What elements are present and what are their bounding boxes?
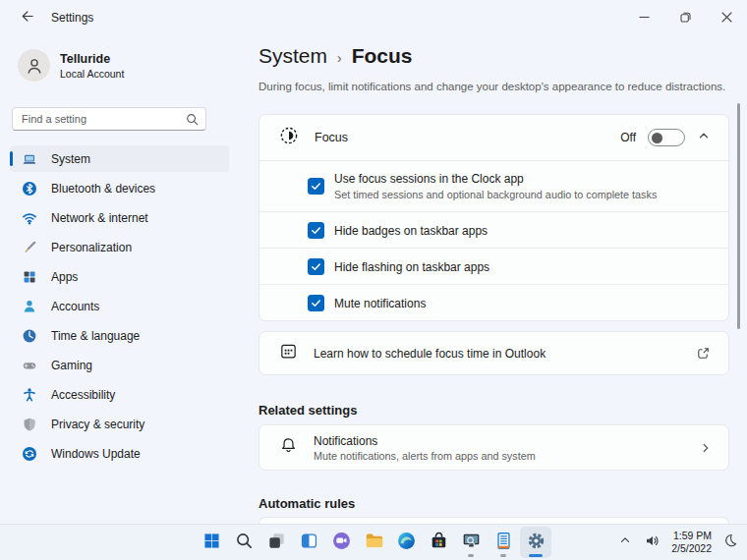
gear-icon bbox=[526, 531, 546, 555]
toggle-knob bbox=[652, 133, 662, 143]
notifications-title: Notifications bbox=[314, 434, 536, 448]
close-icon bbox=[721, 9, 732, 27]
checkbox-checked[interactable] bbox=[308, 258, 324, 275]
external-link-icon bbox=[696, 346, 711, 361]
back-button[interactable] bbox=[14, 6, 39, 29]
tray-date: 2/5/2022 bbox=[671, 542, 712, 555]
hidden-icons-button[interactable] bbox=[615, 528, 635, 557]
edge-browser-icon bbox=[396, 531, 417, 555]
page-description: During focus, limit notifications and ch… bbox=[259, 81, 729, 92]
sidebar-item-gaming[interactable]: Gaming bbox=[10, 352, 229, 378]
sidebar-item-accounts[interactable]: Accounts bbox=[10, 293, 229, 319]
chevron-up-icon[interactable] bbox=[697, 129, 711, 146]
focus-option-mute-notifications[interactable]: Mute notifications bbox=[259, 284, 728, 320]
breadcrumb: System › Focus bbox=[259, 44, 729, 68]
volume-button[interactable] bbox=[641, 528, 663, 557]
sidebar-item-privacy-security[interactable]: Privacy & security bbox=[10, 411, 229, 437]
speaker-icon bbox=[644, 532, 661, 553]
selection-indicator bbox=[10, 151, 13, 166]
automatic-rules-card-partial[interactable] bbox=[259, 517, 729, 524]
minimize-button[interactable] bbox=[623, 0, 664, 35]
focus-moon-icon bbox=[279, 126, 299, 149]
sidebar-item-label: Network & internet bbox=[51, 211, 148, 225]
widgets-icon bbox=[299, 531, 319, 555]
sidebar-item-apps[interactable]: Apps bbox=[10, 263, 229, 290]
edge-button[interactable] bbox=[390, 527, 422, 558]
related-settings-heading: Related settings bbox=[259, 403, 729, 418]
focus-card: Focus Off Use focus sessions in the bbox=[259, 114, 729, 321]
sidebar-item-system[interactable]: System bbox=[10, 145, 229, 172]
automatic-rules-heading: Automatic rules bbox=[259, 496, 729, 511]
settings-app-button[interactable] bbox=[520, 527, 551, 558]
person-icon bbox=[22, 299, 37, 314]
file-explorer-button[interactable] bbox=[358, 527, 389, 558]
breadcrumb-system[interactable]: System bbox=[259, 44, 327, 68]
checkbox-checked[interactable] bbox=[308, 222, 324, 239]
store-bag-icon bbox=[429, 531, 449, 555]
checkbox-checked[interactable] bbox=[308, 178, 324, 195]
minimize-icon bbox=[639, 9, 650, 27]
focus-toggle[interactable] bbox=[648, 129, 685, 146]
settings-window: Settings Telluride Local Account bbox=[0, 0, 747, 560]
outlook-link-card[interactable]: Learn how to schedule focus time in Outl… bbox=[259, 331, 729, 375]
sidebar-item-personalization[interactable]: Personalization bbox=[10, 234, 229, 260]
sidebar-item-label: Accessibility bbox=[51, 388, 115, 402]
search-icon bbox=[234, 531, 255, 555]
sidebar: Telluride Local Account System bbox=[0, 35, 239, 524]
notes-app-button[interactable] bbox=[488, 527, 519, 558]
chat-video-icon bbox=[331, 531, 352, 555]
option-label: Use focus sessions in the Clock app bbox=[334, 172, 657, 186]
taskbar-center-icons bbox=[196, 527, 551, 558]
folder-icon bbox=[364, 531, 384, 555]
checkbox-checked[interactable] bbox=[308, 295, 324, 311]
task-view-button[interactable] bbox=[260, 527, 292, 558]
bluetooth-icon bbox=[22, 181, 37, 196]
sidebar-item-time-language[interactable]: Time & language bbox=[10, 322, 229, 349]
account-profile[interactable]: Telluride Local Account bbox=[18, 49, 239, 82]
focus-option-hide-flashing[interactable]: Hide flashing on taskbar apps bbox=[259, 248, 728, 284]
sidebar-item-windows-update[interactable]: Windows Update bbox=[10, 440, 229, 467]
notepad-icon bbox=[493, 531, 514, 555]
search-icon bbox=[186, 112, 199, 130]
option-label: Hide flashing on taskbar apps bbox=[334, 260, 489, 274]
clock-globe-icon bbox=[22, 328, 37, 344]
focus-assist-button[interactable] bbox=[719, 528, 741, 557]
focus-option-clock-sessions[interactable]: Use focus sessions in the Clock app Set … bbox=[259, 160, 728, 211]
sidebar-item-network-internet[interactable]: Network & internet bbox=[10, 204, 229, 231]
focus-expander-header[interactable]: Focus Off bbox=[259, 115, 728, 160]
sidebar-item-bluetooth-devices[interactable]: Bluetooth & devices bbox=[10, 175, 229, 201]
option-label: Hide badges on taskbar apps bbox=[334, 224, 488, 238]
option-description: Set timed sessions and optional backgrou… bbox=[334, 189, 657, 200]
restore-button[interactable] bbox=[664, 0, 706, 35]
outlook-link-label: Learn how to schedule focus time in Outl… bbox=[314, 347, 546, 361]
chat-button[interactable] bbox=[325, 527, 357, 558]
store-button[interactable] bbox=[423, 527, 454, 558]
page-title: Focus bbox=[352, 44, 413, 68]
focus-option-hide-badges[interactable]: Hide badges on taskbar apps bbox=[259, 211, 728, 248]
moon-icon bbox=[722, 532, 738, 552]
running-indicator bbox=[500, 554, 506, 557]
start-button[interactable] bbox=[196, 527, 227, 558]
close-button[interactable] bbox=[706, 0, 747, 35]
tray-time: 1:59 PM bbox=[671, 530, 712, 542]
system-tray: 1:59 PM 2/5/2022 bbox=[615, 525, 741, 560]
taskbar-clock[interactable]: 1:59 PM 2/5/2022 bbox=[669, 530, 714, 555]
accessibility-icon bbox=[22, 387, 37, 403]
titlebar: Settings bbox=[0, 0, 747, 35]
sidebar-item-accessibility[interactable]: Accessibility bbox=[10, 381, 229, 408]
chevron-up-icon bbox=[618, 533, 632, 551]
taskbar-search-button[interactable] bbox=[228, 527, 259, 558]
running-indicator bbox=[468, 554, 474, 557]
notifications-card[interactable]: Notifications Mute notifications, alerts… bbox=[259, 424, 729, 471]
shield-icon bbox=[22, 417, 37, 432]
screen-tool-button[interactable] bbox=[455, 527, 487, 558]
option-label: Mute notifications bbox=[334, 297, 426, 310]
settings-body: Telluride Local Account System bbox=[0, 35, 747, 524]
widgets-button[interactable] bbox=[293, 527, 324, 558]
search-input[interactable] bbox=[12, 107, 206, 131]
window-controls bbox=[623, 0, 747, 35]
vertical-scrollbar[interactable] bbox=[737, 103, 740, 329]
active-window-indicator bbox=[529, 554, 543, 557]
toggle-state-label: Off bbox=[620, 131, 636, 144]
apps-grid-icon bbox=[22, 269, 37, 285]
